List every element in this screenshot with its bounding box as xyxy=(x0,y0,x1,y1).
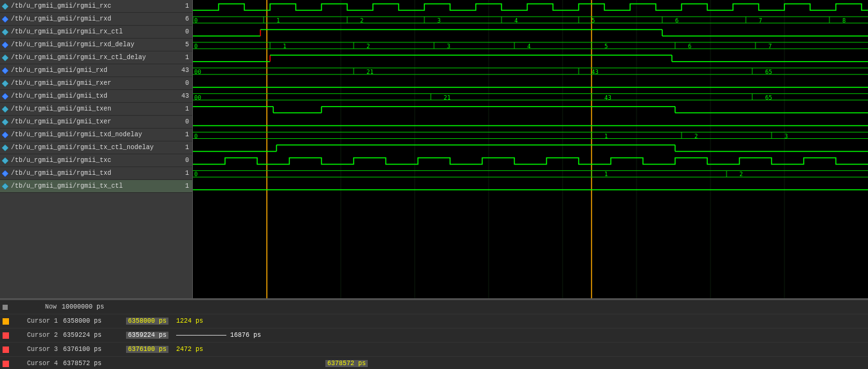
signal-value-7: 43 xyxy=(172,93,191,100)
signal-row-8[interactable]: /tb/u_rgmii_gmii/gmii_txen1 xyxy=(0,103,192,116)
cursor3-delta: 6376100 ps 2472 ps xyxy=(126,346,203,353)
cursor2-time: 6359224 ps xyxy=(63,332,121,339)
signal-value-3: 5 xyxy=(172,41,191,48)
svg-text:2: 2 xyxy=(739,171,743,177)
svg-text:0: 0 xyxy=(194,17,197,24)
cursor2-delta: 6359224 ps ————————————— 16876 ps xyxy=(126,332,261,339)
signal-value-1: 6 xyxy=(172,15,191,22)
cursor1-label: Cursor 1 xyxy=(13,318,58,325)
signal-row-10[interactable]: /tb/u_rgmii_gmii/rgmii_txd_nodelay1 xyxy=(0,129,192,141)
cursor2-time-inline: 6359224 ps xyxy=(126,332,168,339)
svg-marker-14 xyxy=(2,183,8,190)
svg-text:5: 5 xyxy=(604,43,608,50)
cursor-info-area: Now 10000000 ps Cursor 1 6358000 ps 6358… xyxy=(0,300,868,369)
signal-row-11[interactable]: /tb/u_rgmii_gmii/rgmii_tx_ctl_nodelay1 xyxy=(0,141,192,154)
svg-marker-8 xyxy=(2,106,8,113)
signal-row-4[interactable]: /tb/u_rgmii_gmii/rgmii_rx_ctl_delay1 xyxy=(0,51,192,64)
svg-marker-1 xyxy=(2,16,8,22)
signal-row-2[interactable]: /tb/u_rgmii_gmii/rgmii_rx_ctl0 xyxy=(0,26,192,39)
cursor4-time-inline: 6378572 ps xyxy=(325,360,368,367)
cursor3-row: Cursor 3 6376100 ps 6376100 ps 2472 ps xyxy=(0,343,868,357)
cursor2-label: Cursor 2 xyxy=(13,332,58,339)
signal-value-0: 1 xyxy=(172,3,191,10)
signal-name-9: /tb/u_rgmii_gmii/gmii_txer xyxy=(11,118,172,125)
cursor3-time: 6376100 ps xyxy=(63,346,121,353)
signal-value-14: 1 xyxy=(172,183,191,190)
signal-icon-11 xyxy=(1,144,9,152)
signal-icon-1 xyxy=(1,15,9,23)
signal-row-13[interactable]: /tb/u_rgmii_gmii/rgmii_txd1 xyxy=(0,167,192,180)
svg-text:65: 65 xyxy=(765,94,772,101)
svg-text:00: 00 xyxy=(194,69,201,75)
svg-text:0: 0 xyxy=(194,133,197,140)
now-time: 10000000 ps xyxy=(62,303,120,310)
svg-marker-11 xyxy=(2,145,8,151)
signal-icon-0 xyxy=(1,3,9,10)
signal-row-14[interactable]: /tb/u_rgmii_gmii/rgmii_tx_ctl1 xyxy=(0,180,192,193)
waveform-area[interactable]: 0 1 2 3 4 5 6 7 8 xyxy=(193,0,868,298)
now-row: Now 10000000 ps xyxy=(0,300,868,314)
signal-row-7[interactable]: /tb/u_rgmii_gmii/gmii_txd43 xyxy=(0,90,192,103)
svg-marker-10 xyxy=(2,132,8,138)
svg-text:6: 6 xyxy=(675,17,678,24)
svg-marker-2 xyxy=(2,29,8,35)
signal-icon-6 xyxy=(1,80,9,87)
signal-row-9[interactable]: /tb/u_rgmii_gmii/gmii_txer0 xyxy=(0,116,192,129)
signal-row-1[interactable]: /tb/u_rgmii_gmii/rgmii_rxd6 xyxy=(0,13,192,26)
signal-value-5: 43 xyxy=(172,67,191,74)
signal-name-3: /tb/u_rgmii_gmii/rgmii_rxd_delay xyxy=(11,41,172,48)
cursor4-label: Cursor 4 xyxy=(13,360,58,367)
signal-value-13: 1 xyxy=(172,170,191,177)
signal-name-14: /tb/u_rgmii_gmii/rgmii_tx_ctl xyxy=(11,183,172,190)
signal-icon-3 xyxy=(1,41,9,49)
signal-icon-8 xyxy=(1,105,9,113)
signal-icon-13 xyxy=(1,170,9,177)
svg-text:6: 6 xyxy=(688,43,691,50)
svg-text:1: 1 xyxy=(604,171,608,177)
svg-text:3: 3 xyxy=(784,133,788,140)
signal-value-8: 1 xyxy=(172,105,191,113)
signal-row-5[interactable]: /tb/u_rgmii_gmii/gmii_rxd43 xyxy=(0,64,192,77)
signal-name-0: /tb/u_rgmii_gmii/rgmii_rxc xyxy=(11,3,172,10)
now-icon xyxy=(3,305,8,310)
signal-row-12[interactable]: /tb/u_rgmii_gmii/rgmii_txc0 xyxy=(0,154,192,167)
signal-value-4: 1 xyxy=(172,54,191,61)
now-label: Now xyxy=(12,303,57,310)
cursor1-icon xyxy=(3,318,9,325)
signal-icon-5 xyxy=(1,67,9,75)
cursor1-time: 6358000 ps xyxy=(63,318,121,325)
signal-value-2: 0 xyxy=(172,28,191,35)
signal-row-3[interactable]: /tb/u_rgmii_gmii/rgmii_rxd_delay5 xyxy=(0,39,192,51)
signal-icon-9 xyxy=(1,118,9,126)
svg-text:8: 8 xyxy=(842,17,845,24)
signal-name-10: /tb/u_rgmii_gmii/rgmii_txd_nodelay xyxy=(11,131,172,138)
signal-name-2: /tb/u_rgmii_gmii/rgmii_rx_ctl xyxy=(11,28,172,35)
cursor3-label: Cursor 3 xyxy=(13,346,58,353)
svg-text:1: 1 xyxy=(604,133,608,140)
svg-text:2: 2 xyxy=(360,17,363,24)
signal-value-6: 0 xyxy=(172,80,191,87)
svg-text:5: 5 xyxy=(592,17,595,24)
svg-text:21: 21 xyxy=(366,69,374,75)
cursor2-row: Cursor 2 6359224 ps 6359224 ps —————————… xyxy=(0,328,868,343)
svg-text:2: 2 xyxy=(366,43,370,50)
svg-text:4: 4 xyxy=(527,43,530,50)
svg-marker-0 xyxy=(2,3,8,10)
svg-text:65: 65 xyxy=(765,69,772,75)
svg-text:7: 7 xyxy=(768,43,772,50)
signal-value-9: 0 xyxy=(172,118,191,125)
svg-marker-3 xyxy=(2,42,8,48)
signal-row-0[interactable]: /tb/u_rgmii_gmii/rgmii_rxc1 xyxy=(0,0,192,13)
bottom-panel: 6350000 ps 6355000 ps 6360000 ps 6365000… xyxy=(0,298,868,369)
cursor1-row: Cursor 1 6358000 ps 6358000 ps 1224 ps xyxy=(0,314,868,328)
svg-marker-7 xyxy=(2,93,8,100)
svg-text:7: 7 xyxy=(759,17,762,24)
svg-text:0: 0 xyxy=(194,171,197,177)
signal-name-8: /tb/u_rgmii_gmii/gmii_txen xyxy=(11,105,172,113)
svg-text:00: 00 xyxy=(194,94,201,101)
svg-text:43: 43 xyxy=(592,69,599,75)
svg-text:3: 3 xyxy=(437,17,440,24)
signal-row-6[interactable]: /tb/u_rgmii_gmii/gmii_rxer0 xyxy=(0,77,192,90)
signal-icon-12 xyxy=(1,157,9,165)
signal-icon-7 xyxy=(1,93,9,100)
